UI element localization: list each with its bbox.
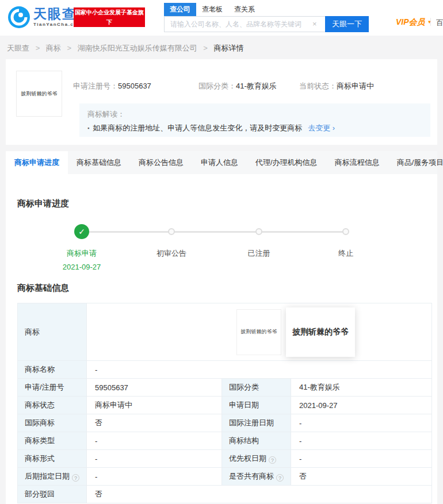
tab-applicant-info[interactable]: 申请人信息 [192, 151, 247, 174]
field-registration-number: 申请注册号：59505637 [73, 81, 151, 91]
trademark-interpretation-panel: 商标解读： ▪如果商标的注册地址、申请人等信息发生变化，请及时变更商标去变更 › [79, 103, 430, 137]
row-label: 国际商标 [18, 414, 87, 432]
row-value: 商标申请中 [87, 397, 222, 414]
table-row: 申请/注册号 59505637 国际分类 41-教育娱乐 [18, 379, 432, 397]
row-label: 部分驳回 [18, 486, 87, 503]
vip-member-link[interactable]: VIP会员 ▼ [396, 17, 431, 28]
basic-info-section-title: 商标基础信息 [17, 283, 426, 294]
trademark-image-large[interactable]: 披荆斩棘的爷爷 [286, 307, 355, 357]
partial-menu-text[interactable]: 百 [436, 18, 443, 28]
help-icon[interactable]: ? [276, 474, 284, 482]
row-label: 申请/注册号 [18, 379, 87, 397]
interpretation-title: 商标解读： [87, 109, 422, 120]
row-value: - [87, 468, 222, 486]
empty-circle-icon [342, 228, 349, 235]
breadcrumb-separator: > [36, 44, 40, 52]
help-icon[interactable]: ? [72, 474, 79, 482]
table-row: 商标形式 - 优先权日期? - [18, 450, 432, 468]
detail-tabbar: 商标申请进度 商标基础信息 商标公告信息 申请人信息 代理/办理机构信息 商标流… [6, 151, 437, 174]
row-value: 41-教育娱乐 [291, 379, 432, 397]
tab-goods-services[interactable]: 商品/服务项目 [388, 151, 443, 174]
help-icon[interactable]: ? [269, 456, 276, 464]
row-value: 否 [291, 468, 432, 486]
row-label: 商标类型 [18, 432, 87, 450]
badge-line1: 国家中小企业发展子基金旗下 [74, 7, 145, 27]
row-label: 申请日期 [222, 397, 291, 414]
tab-application-progress[interactable]: 商标申请进度 [6, 151, 68, 174]
main-content: 商标申请进度 ✓ 商标申请 2021-09-27 初审公告 已注册 终止 商标基… [6, 174, 437, 504]
official-certification-badge: 国家中小企业发展子基金旗下 官方备案企业征信机构 [74, 7, 145, 27]
row-value: - [87, 450, 222, 468]
badge-line2: 官方备案企业征信机构 [74, 27, 145, 37]
table-row: 国际商标 否 国际注册日期 - [18, 414, 432, 432]
row-label: 是否共有商标 [229, 472, 274, 480]
row-label: 国际注册日期 [222, 414, 291, 432]
tab-agency-info[interactable]: 代理/办理机构信息 [247, 151, 326, 174]
search-input[interactable] [164, 16, 325, 32]
tianyancha-eye-icon [8, 6, 30, 28]
search-tabs: 查公司 查老板 查关系 [164, 3, 369, 16]
clear-search-icon[interactable]: × [312, 20, 317, 28]
bullet-icon: ▪ [87, 125, 89, 131]
breadcrumb-trademark[interactable]: 商标 [46, 44, 61, 52]
chevron-down-icon: ▼ [427, 20, 431, 25]
empty-circle-icon [255, 228, 262, 235]
row-value: - [87, 432, 222, 450]
trademark-thumbnail[interactable]: 披荆斩棘的爷爷 [16, 71, 62, 117]
trademark-image-small[interactable]: 披荆斩棘的爷爷 [236, 309, 281, 355]
timeline-step-preliminary: 初审公告 [131, 220, 212, 259]
breadcrumb: 天眼查 > 商标 > 湖南快乐阳光互动娱乐传媒有限公司 > 商标详情 [0, 36, 443, 59]
timeline-step-registered: 已注册 [219, 220, 299, 259]
interpretation-text: 如果商标的注册地址、申请人等信息发生变化，请及时变更商标 [93, 124, 302, 132]
row-value: - [291, 414, 432, 432]
search-tab-boss[interactable]: 查老板 [196, 3, 228, 16]
table-row: 商标状态 商标申请中 申请日期 2021-09-27 [18, 397, 432, 414]
row-value: 否 [87, 414, 222, 432]
progress-section-title: 商标申请进度 [17, 174, 426, 209]
table-row: 商标名称 - [18, 361, 432, 379]
breadcrumb-separator: > [203, 44, 208, 52]
application-progress-timeline: ✓ 商标申请 2021-09-27 初审公告 已注册 终止 [17, 216, 426, 279]
tab-announcement-info[interactable]: 商标公告信息 [130, 151, 192, 174]
table-row: 商标类型 - 商标结构 - [18, 432, 432, 450]
breadcrumb-current: 商标详情 [214, 44, 244, 52]
table-row: 后期指定日期? - 是否共有商标? 否 [18, 468, 432, 486]
breadcrumb-separator: > [67, 44, 71, 52]
header-divider [430, 18, 431, 26]
breadcrumb-home[interactable]: 天眼查 [7, 44, 29, 52]
row-value: 59505637 [87, 379, 222, 397]
breadcrumb-company[interactable]: 湖南快乐阳光互动娱乐传媒有限公司 [78, 44, 197, 52]
trademark-summary-card: 披荆斩棘的爷爷 申请注册号：59505637 国际分类：41-教育娱乐 当前状态… [6, 59, 437, 145]
row-value: - [291, 450, 432, 468]
step-date: 2021-09-27 [41, 263, 122, 271]
site-header: 天眼查 TianYanCha.com 国家中小企业发展子基金旗下 官方备案企业征… [0, 0, 443, 36]
search-tab-company[interactable]: 查公司 [164, 3, 196, 16]
field-current-status: 当前状态：商标申请中 [299, 81, 374, 91]
row-label: 国际分类 [222, 379, 291, 397]
tab-basic-info[interactable]: 商标基础信息 [68, 151, 130, 174]
search-tab-relation[interactable]: 查关系 [228, 3, 261, 16]
timeline-step-applied: ✓ 商标申请 2021-09-27 [41, 220, 122, 271]
timeline-step-terminated: 终止 [305, 220, 386, 259]
go-change-link[interactable]: 去变更 › [308, 124, 335, 132]
basic-info-table: 商标 披荆斩棘的爷爷 披荆斩棘的爷爷 商标名称 - 申请/注册号 5950563… [17, 303, 432, 503]
table-row: 商标 披荆斩棘的爷爷 披荆斩棘的爷爷 [18, 303, 432, 361]
row-label: 商标形式 [18, 450, 87, 468]
row-value: - [87, 361, 432, 379]
row-label: 商标结构 [222, 432, 291, 450]
row-value: 2021-09-27 [291, 397, 432, 414]
row-value: - [291, 432, 432, 450]
table-row: 部分驳回 否 [18, 486, 432, 503]
row-label: 优先权日期 [229, 454, 266, 463]
search-button[interactable]: 天眼一下 [325, 16, 369, 32]
header-search: 查公司 查老板 查关系 × 天眼一下 [164, 3, 369, 32]
check-circle-icon: ✓ [74, 224, 89, 239]
row-value: 否 [87, 486, 432, 503]
tab-process-info[interactable]: 商标流程信息 [326, 151, 388, 174]
tianyancha-logo[interactable]: 天眼查 TianYanCha.com [8, 6, 82, 28]
row-label: 后期指定日期 [25, 472, 70, 480]
field-intl-class: 国际分类：41-教育娱乐 [198, 81, 277, 91]
row-label: 商标 [18, 303, 87, 361]
row-label: 商标状态 [18, 397, 87, 414]
row-label: 商标名称 [18, 361, 87, 379]
